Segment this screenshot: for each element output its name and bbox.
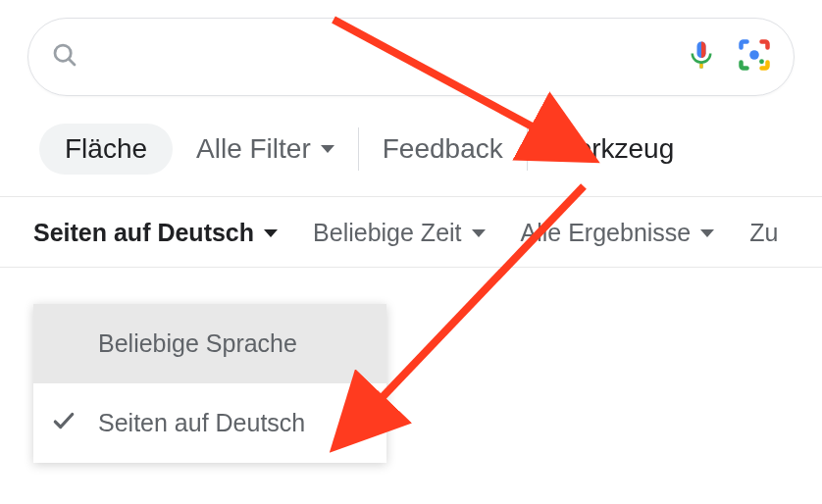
search-input[interactable] <box>93 19 652 95</box>
tab-area[interactable]: Fläche <box>39 124 173 175</box>
svg-point-3 <box>749 50 759 60</box>
results-filter-button[interactable]: Alle Ergebnisse <box>521 219 715 247</box>
dropdown-item-german-pages[interactable]: Seiten auf Deutsch <box>33 383 386 463</box>
all-filters-label: Alle Filter <box>196 133 311 165</box>
chevron-down-icon <box>472 229 486 237</box>
reset-label: Zu <box>749 219 778 247</box>
svg-rect-2 <box>700 64 703 69</box>
search-toolbar: Fläche Alle Filter Feedback Werkzeug <box>0 96 822 197</box>
tools-label: Werkzeug <box>551 133 675 165</box>
search-icon <box>50 40 79 74</box>
all-filters-button[interactable]: Alle Filter <box>196 133 334 165</box>
chevron-down-icon <box>321 145 334 153</box>
dropdown-item-label: Beliebige Sprache <box>98 329 297 357</box>
lens-icon[interactable] <box>737 37 772 76</box>
toolbar-divider <box>527 127 528 171</box>
feedback-label: Feedback <box>383 133 503 165</box>
check-icon <box>51 408 77 439</box>
tools-subbar: Seiten auf Deutsch Beliebige Zeit Alle E… <box>0 197 822 268</box>
language-filter-button[interactable]: Seiten auf Deutsch <box>33 219 278 247</box>
chevron-down-icon <box>700 229 714 237</box>
dropdown-item-label: Seiten auf Deutsch <box>98 409 305 436</box>
tools-button[interactable]: Werkzeug <box>551 133 675 165</box>
svg-point-4 <box>759 59 764 64</box>
search-bar[interactable] <box>27 18 795 96</box>
chevron-down-icon <box>264 229 278 237</box>
svg-line-1 <box>69 59 75 65</box>
reset-button[interactable]: Zu <box>749 219 778 247</box>
language-dropdown: Beliebige Sprache Seiten auf Deutsch <box>33 304 386 463</box>
feedback-button[interactable]: Feedback <box>383 133 503 165</box>
dropdown-item-any-language[interactable]: Beliebige Sprache <box>33 304 386 383</box>
time-filter-button[interactable]: Beliebige Zeit <box>313 219 485 247</box>
time-filter-label: Beliebige Zeit <box>313 219 461 247</box>
results-filter-label: Alle Ergebnisse <box>521 219 692 247</box>
mic-icon[interactable] <box>684 37 719 76</box>
language-filter-label: Seiten auf Deutsch <box>33 219 254 247</box>
toolbar-divider <box>358 127 359 171</box>
